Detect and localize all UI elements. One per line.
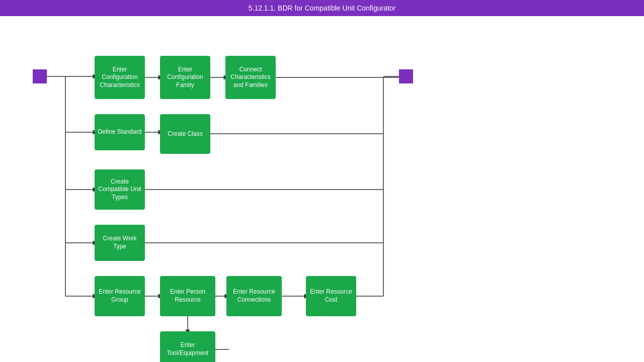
create-work-type-node[interactable]: Create Work Type xyxy=(95,225,145,261)
enter-tool-equipment-node[interactable]: Enter Tool/Equipment xyxy=(160,331,215,362)
create-compatible-unit-types-node[interactable]: Create Compatible Unit Types xyxy=(95,169,145,210)
enter-resource-group-node[interactable]: Enter Resource Group xyxy=(95,276,145,316)
start-terminal xyxy=(33,69,47,83)
diagram-area: Enter Configuration Characteristics Ente… xyxy=(0,16,644,362)
end-terminal xyxy=(399,69,413,83)
create-class-node[interactable]: Create Class xyxy=(160,114,210,154)
connect-char-families-node[interactable]: Connect Characteristics and Families xyxy=(225,56,276,99)
define-standard-node[interactable]: Define Standard xyxy=(95,114,145,150)
enter-resource-connections-node[interactable]: Enter Resource Connections xyxy=(226,276,282,316)
enter-config-family-node[interactable]: Enter Configuration Family xyxy=(160,56,210,99)
enter-person-resource-node[interactable]: Enter Person Resource xyxy=(160,276,215,316)
header: 5.12.1.1. BDR for Compatible Unit Config… xyxy=(0,0,644,16)
enter-config-char-node[interactable]: Enter Configuration Characteristics xyxy=(95,56,145,99)
enter-resource-cost-node[interactable]: Enter Resource Cost xyxy=(306,276,356,316)
